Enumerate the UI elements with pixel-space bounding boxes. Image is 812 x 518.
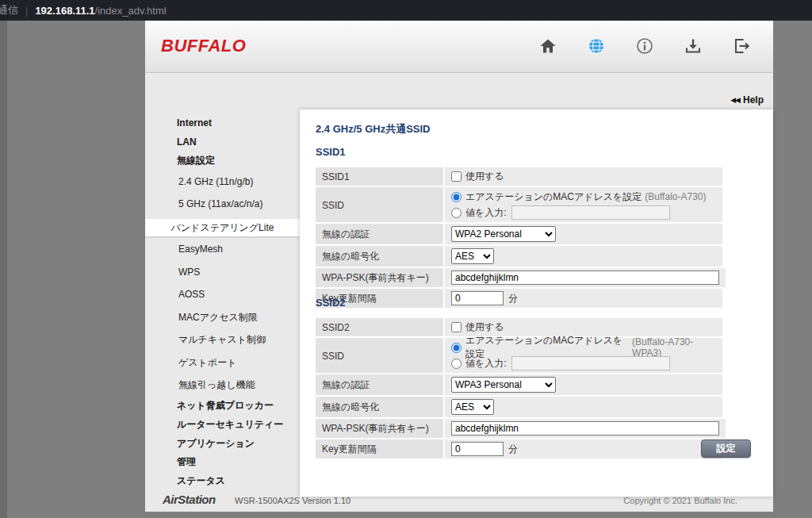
sidebar-item-wireless-move[interactable]: 無線引っ越し機能 <box>145 379 300 391</box>
router-admin-page: BUFFALO <box>145 21 773 512</box>
ssid1-key-interval-input[interactable] <box>451 291 504 305</box>
row-label: WPA-PSK(事前共有キー) <box>316 419 443 438</box>
section-heading-ssid1: SSID1 <box>316 146 346 158</box>
radio-label: 値を入力: <box>465 357 507 370</box>
checkbox-label: 使用する <box>465 170 504 183</box>
ssid1-manual-input[interactable] <box>511 205 670 220</box>
sidebar-item-guest-port[interactable]: ゲストポート <box>145 357 300 369</box>
mac-ssid-name: (Buffalo-A730) <box>645 191 706 202</box>
download-icon[interactable] <box>684 36 703 56</box>
globe-icon[interactable] <box>587 36 606 56</box>
sidebar-item-router-security[interactable]: ルーターセキュリティー <box>145 419 300 431</box>
sidebar-item-admin[interactable]: 管理 <box>145 456 300 468</box>
radio-label: エアステーションのMACアドレスを設定 <box>465 190 642 204</box>
ssid1-enable-checkbox[interactable] <box>451 171 462 182</box>
sidebar-item-applications[interactable]: アプリケーション <box>145 438 300 450</box>
sidebar-item-mac-access[interactable]: MACアクセス制限 <box>145 312 300 324</box>
row-label: 無線の暗号化 <box>316 246 443 267</box>
header-icon-bar <box>538 36 751 56</box>
ssid2-key-interval-input[interactable] <box>451 442 504 456</box>
ssid1-manual-radio[interactable] <box>451 208 462 218</box>
help-arrows-icon: ◀◀ <box>730 96 740 104</box>
sidebar-item-5ghz[interactable]: 5 GHz (11ax/ac/n/a) <box>145 198 300 210</box>
airstation-logo: AirStation <box>163 493 216 506</box>
apply-button[interactable]: 設定 <box>701 439 751 458</box>
help-label: Help <box>743 94 764 106</box>
checkbox-label: 使用する <box>465 320 504 334</box>
sidebar-item-aoss[interactable]: AOSS <box>145 289 300 301</box>
row-label: Key更新間隔 <box>316 439 443 459</box>
table-row: SSID エアステーションのMACアドレスを設定 (Buffalo-A730-W… <box>316 338 722 373</box>
row-label: 無線の認証 <box>316 374 443 395</box>
sidebar-item-band-steering-lite[interactable]: バンドステアリングLite <box>145 219 300 236</box>
sidebar-item-wps[interactable]: WPS <box>145 267 300 278</box>
url-prefix: 通信 <box>0 3 18 17</box>
browser-url-bar: 通信 | 192.168.11.1 /index_adv.html <box>0 0 812 21</box>
table-row: 無線の認証 WPA3 Personal <box>316 374 722 395</box>
table-row: 無線の暗号化 AES <box>316 246 722 267</box>
copyright: Copyright © 2021 Buffalo Inc. <box>623 496 737 505</box>
ssid2-mac-radio[interactable] <box>451 343 462 353</box>
unit-label: 分 <box>508 292 518 305</box>
row-label: 無線の認証 <box>316 224 443 244</box>
settings-panel: 2.4 GHz/5 GHz共通SSID SSID1 SSID1 使用する SSI… <box>300 109 773 497</box>
url-host: 192.168.11.1 <box>35 5 94 17</box>
table-row: Key更新間隔 分 <box>316 289 722 308</box>
ssid2-auth-select[interactable]: WPA3 Personal <box>451 377 556 393</box>
table-row: 無線の認証 WPA2 Personal <box>316 224 722 244</box>
ssid1-mac-radio[interactable] <box>451 192 462 202</box>
table-row: SSID エアステーションのMACアドレスを設定 (Buffalo-A730) … <box>316 187 722 222</box>
url-separator: | <box>25 5 28 17</box>
row-label: SSID <box>316 338 443 373</box>
sidebar-item-easymesh[interactable]: EasyMesh <box>145 244 300 255</box>
sidebar-item-internet[interactable]: Internet <box>145 117 300 129</box>
page-header: BUFFALO <box>145 21 773 73</box>
ssid2-manual-input[interactable] <box>511 356 670 370</box>
ssid2-encryption-select[interactable]: AES <box>451 399 494 415</box>
buffalo-logo: BUFFALO <box>161 36 246 56</box>
ssid2-enable-checkbox[interactable] <box>451 322 462 332</box>
logout-icon[interactable] <box>732 36 751 56</box>
sidebar-item-threat-blocker[interactable]: ネット脅威ブロッカー <box>145 400 300 412</box>
table-row: 無線の暗号化 AES <box>316 397 722 417</box>
ssid2-psk-input[interactable] <box>451 421 719 436</box>
left-gutter <box>0 21 7 518</box>
unit-label: 分 <box>508 443 518 456</box>
sidebar-item-status[interactable]: ステータス <box>145 475 300 487</box>
table-row: Key更新間隔 分 <box>316 439 722 459</box>
info-icon[interactable] <box>635 36 654 56</box>
row-label: SSID2 <box>316 318 443 336</box>
ssid1-encryption-select[interactable]: AES <box>451 248 494 264</box>
sidebar-item-lan[interactable]: LAN <box>145 136 300 148</box>
table-row: WPA-PSK(事前共有キー) <box>316 268 722 287</box>
sidebar-item-2_4ghz[interactable]: 2.4 GHz (11n/g/b) <box>145 176 300 188</box>
sidebar-item-wireless[interactable]: 無線設定 <box>145 155 300 167</box>
radio-label: 値を入力: <box>465 206 507 220</box>
help-link[interactable]: ◀◀Help <box>730 94 764 106</box>
home-icon[interactable] <box>538 36 557 56</box>
ssid2-manual-radio[interactable] <box>451 359 462 369</box>
section-heading-ssid2: SSID2 <box>316 297 346 309</box>
row-label: 無線の暗号化 <box>316 397 443 417</box>
url-path: /index_adv.html <box>95 5 167 17</box>
row-label: WPA-PSK(事前共有キー) <box>316 268 443 287</box>
row-label: SSID1 <box>316 167 443 186</box>
mac-ssid-name: (Buffalo-A730-WPA3) <box>632 336 716 359</box>
ssid1-table: SSID1 使用する SSID エアステーションのMACアドレスを設定 (Buf… <box>316 167 722 309</box>
firmware-version: WSR-1500AX2S Version 1.10 <box>235 496 350 505</box>
sidebar-item-multicast[interactable]: マルチキャスト制御 <box>145 334 300 346</box>
ssid2-table: SSID2 使用する SSID エアステーションのMACアドレスを設定 (Buf… <box>316 318 722 460</box>
table-row: WPA-PSK(事前共有キー) <box>316 419 722 438</box>
ssid1-auth-select[interactable]: WPA2 Personal <box>451 226 556 242</box>
page-title: 2.4 GHz/5 GHz共通SSID <box>316 122 430 136</box>
table-row: SSID1 使用する <box>316 167 722 186</box>
ssid1-psk-input[interactable] <box>451 271 719 285</box>
row-label: SSID <box>316 187 443 222</box>
